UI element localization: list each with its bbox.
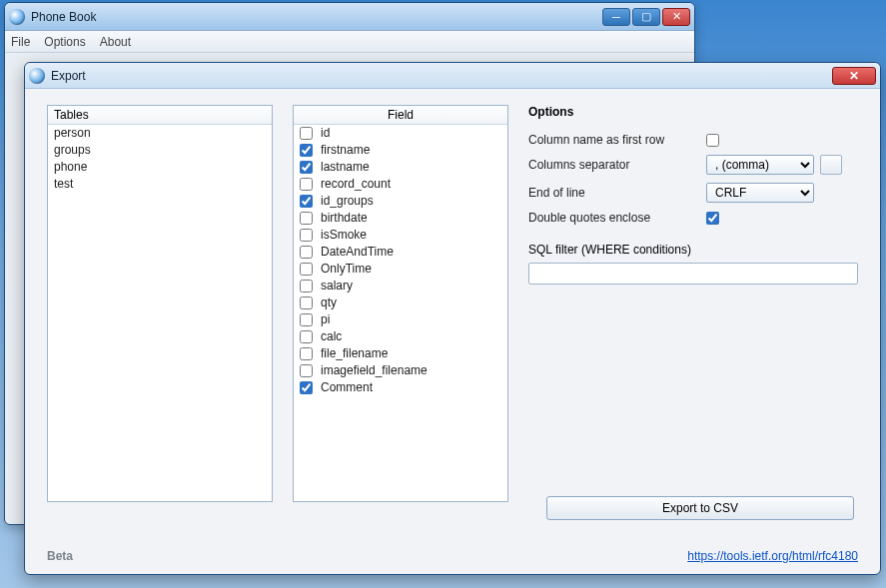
field-label: lastname [321,159,370,176]
parent-titlebar[interactable]: Phone Book ─ ▢ ✕ [5,3,694,31]
field-checkbox[interactable] [300,127,313,140]
field-checkbox[interactable] [300,364,313,377]
parent-menu: File Options About [5,31,694,53]
separator-select[interactable]: , (comma) [706,155,814,175]
fields-listbox[interactable]: Field idfirstnamelastnamerecord_countid_… [293,105,508,502]
field-row[interactable]: imagefield_filename [296,362,505,379]
field-label: pi [321,311,330,328]
field-checkbox[interactable] [300,330,313,343]
eol-select[interactable]: CRLF [706,183,814,203]
first-row-checkbox[interactable] [706,134,719,147]
field-checkbox[interactable] [300,144,313,157]
field-checkbox[interactable] [300,296,313,309]
field-label: firstname [321,142,370,159]
table-row[interactable]: test [50,176,270,193]
field-checkbox[interactable] [300,178,313,191]
field-label: id [321,125,330,142]
field-row[interactable]: birthdate [296,210,505,227]
dialog-close-button[interactable]: ✕ [832,67,876,85]
field-label: DateAndTime [321,244,394,261]
maximize-button[interactable]: ▢ [632,8,660,26]
field-row[interactable]: file_filename [296,345,505,362]
field-label: OnlyTime [321,261,372,278]
beta-label: Beta [47,549,73,563]
field-label: qty [321,294,337,311]
options-heading: Options [528,105,858,119]
minimize-button[interactable]: ─ [602,8,630,26]
field-checkbox[interactable] [300,381,313,394]
field-checkbox[interactable] [300,347,313,360]
dquote-checkbox[interactable] [706,212,719,225]
sql-label: SQL filter (WHERE conditions) [528,243,858,257]
dialog-titlebar[interactable]: Export ✕ [25,63,880,89]
dialog-app-icon [29,68,45,84]
field-checkbox[interactable] [300,212,313,225]
options-panel: Options Column name as first row Columns… [528,105,858,536]
menu-options[interactable]: Options [44,35,85,49]
field-checkbox[interactable] [300,246,313,259]
first-row-label: Column name as first row [528,133,706,147]
field-label: id_groups [321,193,374,210]
field-label: Comment [321,379,373,396]
menu-about[interactable]: About [100,35,131,49]
field-label: file_filename [321,345,388,362]
field-checkbox[interactable] [300,263,313,276]
sql-input[interactable] [528,263,858,285]
field-label: record_count [321,176,391,193]
field-checkbox[interactable] [300,161,313,174]
field-row[interactable]: pi [296,311,505,328]
field-label: birthdate [321,210,368,227]
export-button[interactable]: Export to CSV [546,496,854,520]
field-row[interactable]: record_count [296,176,505,193]
dialog-title: Export [51,69,86,83]
eol-label: End of line [528,186,706,200]
separator-extra-button[interactable] [820,155,842,175]
field-row[interactable]: calc [296,328,505,345]
fields-header: Field [294,106,507,125]
separator-label: Columns separator [528,158,706,172]
parent-title: Phone Book [31,10,96,24]
field-row[interactable]: id_groups [296,193,505,210]
field-row[interactable]: id [296,125,505,142]
tables-listbox[interactable]: Tables persongroupsphonetest [47,105,273,502]
field-label: imagefield_filename [321,362,428,379]
field-row[interactable]: DateAndTime [296,244,505,261]
field-row[interactable]: OnlyTime [296,261,505,278]
export-dialog: Export ✕ Tables persongroupsphonetest Fi… [24,62,881,575]
field-label: isSmoke [321,227,367,244]
field-row[interactable]: qty [296,294,505,311]
dquote-label: Double quotes enclose [528,211,706,225]
field-label: calc [321,328,342,345]
menu-file[interactable]: File [11,35,30,49]
field-checkbox[interactable] [300,280,313,293]
tables-header: Tables [48,106,272,125]
app-icon [9,9,25,25]
field-row[interactable]: salary [296,278,505,294]
field-row[interactable]: Comment [296,379,505,396]
field-checkbox[interactable] [300,195,313,208]
field-checkbox[interactable] [300,313,313,326]
table-row[interactable]: groups [50,142,270,159]
field-checkbox[interactable] [300,229,313,242]
field-label: salary [321,278,353,294]
table-row[interactable]: person [50,125,270,142]
field-row[interactable]: isSmoke [296,227,505,244]
field-row[interactable]: firstname [296,142,505,159]
rfc-link[interactable]: https://tools.ietf.org/html/rfc4180 [687,549,858,563]
field-row[interactable]: lastname [296,159,505,176]
close-button[interactable]: ✕ [662,8,690,26]
table-row[interactable]: phone [50,159,270,176]
